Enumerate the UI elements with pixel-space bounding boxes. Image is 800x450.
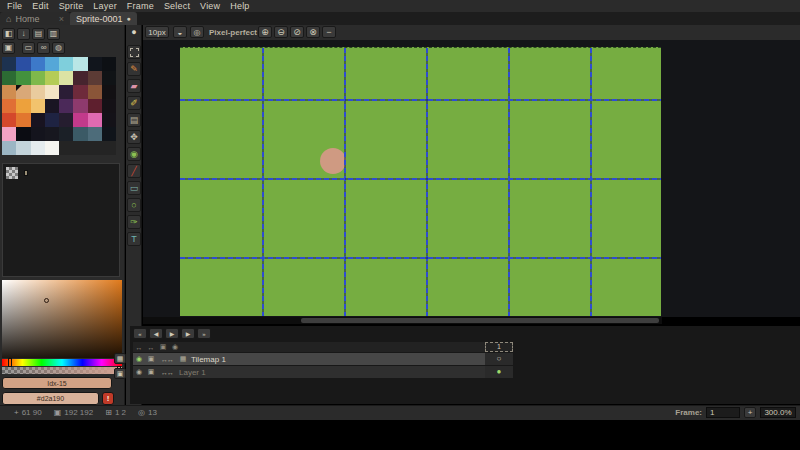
palette-options-button[interactable]: ▥: [47, 28, 60, 40]
menu-frame[interactable]: Frame: [122, 0, 159, 12]
lock-icon[interactable]: ▣: [145, 355, 157, 363]
palette-swatch[interactable]: [45, 127, 59, 141]
palette-swatch[interactable]: [73, 57, 87, 71]
palette-swatch[interactable]: [73, 85, 87, 99]
symmetry-both-button[interactable]: ⊗: [306, 26, 320, 38]
move-tool[interactable]: ✥: [127, 130, 141, 144]
palette-swatch[interactable]: [73, 71, 87, 85]
palette-swatch[interactable]: [16, 99, 30, 113]
palette-swatch[interactable]: [16, 85, 30, 99]
frame-1-header[interactable]: 1: [485, 342, 513, 352]
timeline-toggle-button[interactable]: ▦: [114, 353, 126, 364]
palette-swatch[interactable]: [31, 71, 45, 85]
palette-swatch[interactable]: [2, 57, 16, 71]
lock-icon[interactable]: ▣: [145, 368, 157, 376]
palette-swatch[interactable]: [31, 141, 45, 155]
layer-row[interactable]: ◉▣↔↔▦Tilemap 1○: [133, 353, 513, 365]
palette-gradient-button[interactable]: ▭: [22, 42, 35, 54]
alpha-slider[interactable]: [2, 367, 122, 374]
eye-icon[interactable]: ◉: [133, 355, 145, 363]
palette-swatch[interactable]: [102, 57, 116, 71]
play-button[interactable]: ▶: [165, 328, 179, 339]
palette-swatch[interactable]: [2, 127, 16, 141]
palette-swatch[interactable]: [59, 85, 73, 99]
palette-swatch[interactable]: [45, 141, 59, 155]
palette-swatch[interactable]: [16, 113, 30, 127]
symmetry-options-button[interactable]: −: [322, 26, 336, 38]
palette-swatch[interactable]: [59, 113, 73, 127]
palette-swatch[interactable]: [45, 99, 59, 113]
palette-swatch[interactable]: [45, 85, 59, 99]
tileset-panel[interactable]: [2, 163, 120, 277]
symmetry-diagonal-button[interactable]: ⊘: [290, 26, 304, 38]
palette-swatch[interactable]: [2, 99, 16, 113]
palette-swatch[interactable]: [73, 127, 87, 141]
eraser-tool[interactable]: ▰: [127, 79, 141, 93]
frame-number-field[interactable]: 1: [706, 407, 740, 418]
zoom-level-field[interactable]: 300.0%: [760, 407, 796, 418]
continuous-icon[interactable]: ↔↔: [157, 356, 177, 363]
contour-tool[interactable]: ✑: [127, 215, 141, 229]
menu-file[interactable]: File: [2, 0, 27, 12]
menu-view[interactable]: View: [195, 0, 225, 12]
palette-swatch[interactable]: [88, 85, 102, 99]
palette-swatch[interactable]: [31, 99, 45, 113]
eyedropper-tool[interactable]: ✐: [127, 96, 141, 110]
palette-swatch[interactable]: [59, 99, 73, 113]
color-warning-button[interactable]: !: [102, 392, 114, 405]
menu-edit[interactable]: Edit: [27, 0, 53, 12]
palette-swatch[interactable]: [31, 57, 45, 71]
text-tool[interactable]: T: [127, 232, 141, 246]
pencil-tool[interactable]: ✎: [127, 62, 141, 76]
pixel-perfect-label[interactable]: Pixel-perfect: [209, 28, 257, 37]
ellipse-tool[interactable]: ○: [127, 198, 141, 212]
palette-swatch[interactable]: [16, 141, 30, 155]
palette-swatch[interactable]: [88, 99, 102, 113]
sprite-canvas[interactable]: [180, 47, 661, 316]
line-tool[interactable]: ╱: [127, 164, 141, 178]
close-icon[interactable]: ×: [59, 14, 64, 24]
palette-swatch[interactable]: [59, 127, 73, 141]
hue-slider[interactable]: [2, 359, 122, 366]
layer-row[interactable]: ◉▣↔↔Layer 1●: [133, 366, 513, 378]
palette-sort-button[interactable]: ↓: [17, 28, 30, 40]
palette-swatch[interactable]: [45, 71, 59, 85]
cel-indicator[interactable]: ●: [485, 366, 513, 378]
palette-swatch[interactable]: [59, 57, 73, 71]
ink-type-button[interactable]: ◒: [173, 26, 187, 38]
marquee-tool[interactable]: [127, 45, 141, 59]
palette-swatch[interactable]: [31, 85, 45, 99]
layer-name[interactable]: Tilemap 1: [189, 355, 485, 364]
menu-layer[interactable]: Layer: [88, 0, 122, 12]
palette-swatch[interactable]: [16, 127, 30, 141]
color-saturation-value-box[interactable]: [2, 280, 122, 358]
palette-swatch[interactable]: [88, 127, 102, 141]
palette-resize-button[interactable]: ▣: [2, 42, 15, 54]
palette-swatch[interactable]: [45, 57, 59, 71]
palette-swatch[interactable]: [59, 141, 73, 155]
color-hex-field[interactable]: #d2a190: [2, 392, 99, 405]
next-frame-button[interactable]: ▶: [181, 328, 195, 339]
paint-bucket-tool[interactable]: ◉: [127, 147, 141, 161]
palette-swatch[interactable]: [88, 57, 102, 71]
palette-swatch[interactable]: [2, 71, 16, 85]
palette-presets-button[interactable]: ▤: [32, 28, 45, 40]
palette-swatch[interactable]: [59, 71, 73, 85]
rectangle-tool[interactable]: ▭: [127, 181, 141, 195]
brush-size-field[interactable]: 10px: [145, 26, 169, 38]
ink-opacity-button[interactable]: ◎: [190, 26, 204, 38]
palette-swatch[interactable]: [31, 127, 45, 141]
palette-swatch[interactable]: [102, 85, 116, 99]
palette-swatch[interactable]: [88, 113, 102, 127]
eye-icon[interactable]: ◉: [133, 368, 145, 376]
palette-swatch[interactable]: [45, 113, 59, 127]
brush-type-button[interactable]: ●: [128, 27, 140, 38]
palette-swatch[interactable]: [88, 141, 102, 155]
canvas-area[interactable]: [143, 40, 800, 317]
sv-marker-icon[interactable]: [44, 298, 49, 303]
menu-help[interactable]: Help: [225, 0, 254, 12]
palette-swatch[interactable]: [102, 141, 116, 155]
palette-link-button[interactable]: ∞: [37, 42, 50, 54]
palette-swatch[interactable]: [2, 113, 16, 127]
palette-save-button[interactable]: ◍: [52, 42, 65, 54]
